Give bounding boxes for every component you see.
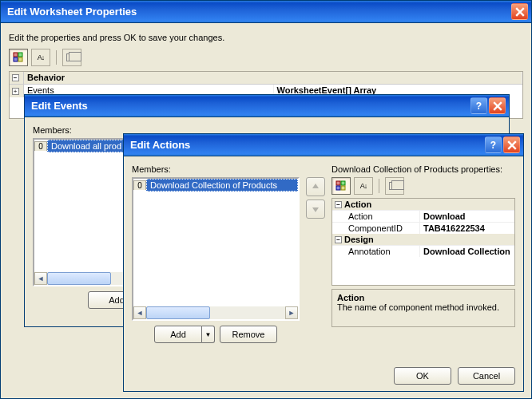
win3-title: Edit Actions xyxy=(130,139,483,151)
cancel-button[interactable]: Cancel xyxy=(458,367,515,385)
arrow-up-icon xyxy=(312,183,320,191)
expander-icon[interactable]: − xyxy=(10,72,24,84)
svg-rect-7 xyxy=(341,186,345,190)
alpha-sort-icon[interactable]: A↓ xyxy=(31,49,50,66)
scroll-right-icon[interactable]: ► xyxy=(285,306,298,319)
scroll-thumb[interactable] xyxy=(47,272,111,285)
arrow-down-icon xyxy=(312,205,320,213)
ok-button[interactable]: OK xyxy=(394,367,451,385)
property-pages-icon[interactable] xyxy=(62,49,81,66)
win3-add-button[interactable]: Add xyxy=(154,326,202,343)
scroll-thumb[interactable] xyxy=(146,306,210,319)
add-dropdown-icon[interactable]: ▼ xyxy=(202,326,215,343)
prop-componentid-label: ComponentID xyxy=(332,223,420,234)
expander-icon[interactable]: − xyxy=(335,236,342,243)
categorized-icon[interactable] xyxy=(332,177,351,195)
move-down-button[interactable] xyxy=(306,200,325,219)
alpha-sort-icon[interactable]: A↓ xyxy=(354,177,373,195)
win3-props-header: Download Collection of Products properti… xyxy=(332,164,515,174)
property-pages-icon[interactable] xyxy=(385,177,404,195)
svg-rect-6 xyxy=(336,186,340,190)
list-item[interactable]: Download Collection of Products xyxy=(146,179,298,192)
svg-rect-0 xyxy=(14,53,18,57)
prop-action-label: Action xyxy=(332,211,420,222)
move-up-button[interactable] xyxy=(306,177,325,196)
win3-close-button[interactable] xyxy=(503,136,520,153)
list-index: 0 xyxy=(133,180,146,190)
svg-rect-4 xyxy=(336,181,340,185)
win1-title: Edit Worksheet Properties xyxy=(7,6,510,18)
svg-rect-1 xyxy=(18,53,22,57)
win3-members-label: Members: xyxy=(132,164,300,174)
categorized-icon[interactable] xyxy=(9,49,28,66)
prop-action-value[interactable]: Download xyxy=(420,211,514,222)
expander-icon[interactable]: + xyxy=(10,85,24,97)
win1-instruction: Edit the properties and press OK to save… xyxy=(9,33,523,42)
propcat-action: Action xyxy=(344,200,371,209)
win1-close-button[interactable] xyxy=(511,3,528,20)
category-behavior: Behavior xyxy=(24,72,522,84)
win2-title: Edit Events xyxy=(31,100,469,112)
svg-rect-2 xyxy=(14,57,18,61)
scroll-left-icon[interactable]: ◄ xyxy=(133,306,146,319)
property-description: Action The name of component method invo… xyxy=(332,289,515,327)
desc-text: The name of component method invoked. xyxy=(337,302,510,312)
expander-icon[interactable]: − xyxy=(335,201,342,208)
win3-property-grid[interactable]: −Action Action Download ComponentID TAB4… xyxy=(332,198,515,286)
propcat-design: Design xyxy=(344,235,374,244)
win2-close-button[interactable] xyxy=(489,97,506,114)
prop-componentid-value[interactable]: TAB416222534 xyxy=(420,223,514,234)
prop-annotation-value[interactable]: Download Collection xyxy=(420,246,514,257)
win3-help-button[interactable]: ? xyxy=(485,136,502,153)
prop-annotation-label: Annotation xyxy=(332,246,420,257)
list-index: 0 xyxy=(34,141,47,151)
horizontal-scrollbar[interactable]: ◄ ► xyxy=(133,306,298,319)
scroll-left-icon[interactable]: ◄ xyxy=(34,272,47,285)
svg-rect-5 xyxy=(341,181,345,185)
svg-rect-3 xyxy=(18,57,22,61)
win2-help-button[interactable]: ? xyxy=(470,97,487,114)
win3-remove-button[interactable]: Remove xyxy=(220,326,277,343)
desc-title: Action xyxy=(337,293,510,302)
win3-members-list[interactable]: 0 Download Collection of Products ◄ ► xyxy=(132,177,300,321)
